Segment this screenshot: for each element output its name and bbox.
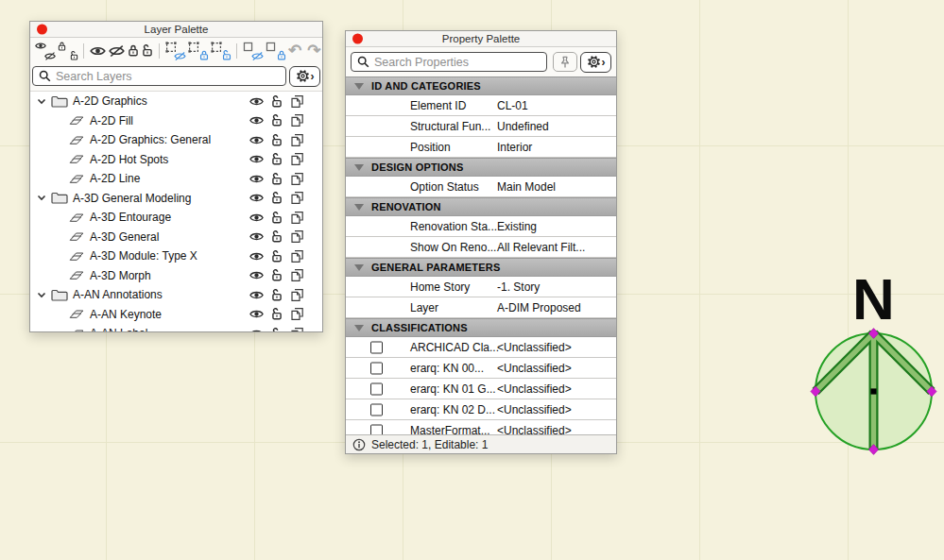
selection-lock-icon[interactable] [188, 42, 208, 60]
layer-pages-icon[interactable] [290, 307, 304, 321]
layer-pages-icon[interactable] [290, 113, 304, 127]
property-value[interactable]: Main Model [497, 180, 556, 194]
undo-icon[interactable]: ↶ [288, 42, 301, 60]
unlocked-icon[interactable] [271, 192, 283, 204]
unlocked-icon[interactable] [271, 328, 283, 331]
layer-row[interactable]: A-3D Module: Type X [30, 246, 322, 266]
chevron-down-icon[interactable] [37, 195, 48, 201]
section-collapse-triangle-icon[interactable] [354, 325, 364, 331]
property-value[interactable]: <Unclassified> [497, 341, 572, 354]
layer-pages-icon[interactable] [290, 268, 304, 282]
layer-row[interactable]: A-AN Label [30, 324, 322, 331]
layer-pages-icon[interactable] [290, 249, 304, 263]
layer-row[interactable]: A-3D Entourage [30, 208, 322, 228]
property-search-box[interactable] [351, 52, 547, 72]
section-collapse-triangle-icon[interactable] [354, 164, 364, 171]
classification-checkbox[interactable] [370, 382, 383, 395]
unlocked-icon[interactable] [271, 153, 283, 165]
visible-eye-icon[interactable] [249, 329, 264, 331]
visible-eye-icon[interactable] [249, 251, 264, 262]
show-hide-toggle-icon[interactable] [35, 42, 55, 60]
visible-eye-icon[interactable] [249, 212, 264, 223]
property-row[interactable]: erarq: KN 01 G... <Unclassified> [346, 379, 616, 399]
property-row[interactable]: Position Interior [346, 137, 616, 158]
visible-eye-icon[interactable] [249, 290, 264, 300]
section-header[interactable]: RENOVATION [346, 197, 616, 216]
layer-row[interactable]: A-2D Line [30, 169, 322, 189]
layer-pages-icon[interactable] [290, 94, 304, 109]
unlocked-icon[interactable] [271, 212, 283, 224]
unlocked-icon[interactable] [271, 289, 283, 301]
layer-row[interactable]: A-2D Hot Spots [30, 150, 322, 170]
north-symbol[interactable]: N [802, 264, 944, 457]
property-value[interactable]: <Unclassified> [497, 403, 572, 416]
property-value[interactable]: Undefined [497, 120, 549, 133]
layer-pages-icon[interactable] [290, 229, 304, 244]
layer-palette-titlebar[interactable]: Layer Palette [30, 22, 322, 38]
section-header[interactable]: ID AND CATEGORIES [346, 76, 616, 95]
layer-pages-icon[interactable] [290, 191, 304, 205]
layer-pages-icon[interactable] [290, 133, 304, 147]
property-row[interactable]: Element ID CL-01 [346, 95, 616, 116]
property-value[interactable]: Existing [497, 220, 537, 233]
unlocked-icon[interactable] [271, 173, 283, 185]
property-value[interactable]: CL-01 [497, 99, 528, 112]
property-value[interactable]: A-DIM Proposed [497, 301, 581, 314]
property-value[interactable]: -1. Story [497, 280, 540, 294]
layer-folder-row[interactable]: A-2D Graphics [30, 92, 322, 111]
pin-button[interactable] [553, 52, 577, 72]
lock-unlock-toggle-icon[interactable] [58, 42, 77, 60]
section-collapse-triangle-icon[interactable] [354, 264, 364, 271]
layer-row[interactable]: A-2D Graphics: General [30, 130, 322, 150]
visible-eye-icon[interactable] [249, 154, 264, 164]
unlocked-icon[interactable] [271, 269, 283, 281]
property-search-input[interactable] [374, 56, 541, 69]
unlocked-icon[interactable] [271, 250, 283, 263]
property-palette-titlebar[interactable]: Property Palette [346, 31, 616, 47]
section-header[interactable]: DESIGN OPTIONS [346, 158, 616, 177]
layer-row[interactable]: A-3D Morph [30, 266, 322, 286]
visible-eye-icon[interactable] [249, 231, 264, 242]
section-header[interactable]: CLASSIFICATIONS [346, 318, 616, 337]
property-row[interactable]: Show On Reno... All Relevant Filt... [346, 237, 616, 258]
property-row[interactable]: erarq: KN 00... <Unclassified> [346, 358, 616, 379]
chevron-down-icon[interactable] [37, 292, 48, 298]
layer-pages-icon[interactable] [290, 288, 304, 302]
section-collapse-triangle-icon[interactable] [354, 204, 364, 211]
property-row[interactable]: ARCHICAD Cla... <Unclassified> [346, 337, 616, 358]
layer-pages-icon[interactable] [290, 172, 304, 186]
layer-folder-row[interactable]: A-AN Annotations [30, 285, 322, 305]
layer-row[interactable]: A-AN Keynote [30, 305, 322, 325]
property-row[interactable]: Layer A-DIM Proposed [346, 297, 616, 318]
visible-eye-icon[interactable] [249, 193, 264, 203]
visible-eye-icon[interactable] [249, 96, 264, 107]
visible-eye-icon[interactable] [249, 135, 264, 145]
close-icon[interactable] [37, 25, 47, 35]
property-row[interactable]: Option Status Main Model [346, 177, 616, 197]
property-row[interactable]: erarq: KN 02 D... <Unclassified> [346, 399, 616, 420]
property-row[interactable]: Home Story -1. Story [346, 277, 616, 297]
desktop-canvas[interactable]: { "layer_palette": { "title": "Layer Pal… [0, 0, 944, 560]
selection-unlock-icon[interactable] [211, 42, 231, 60]
property-value[interactable]: All Relevant Filt... [497, 241, 585, 254]
layer-pages-icon[interactable] [290, 152, 304, 166]
layer-row[interactable]: A-3D General [30, 228, 322, 247]
close-icon[interactable] [352, 34, 363, 44]
property-settings-button[interactable]: › [580, 52, 611, 73]
visible-eye-icon[interactable] [249, 115, 264, 126]
unlocked-icon[interactable] [271, 114, 283, 127]
center-hotspot[interactable] [870, 388, 876, 394]
layer-pages-icon[interactable] [290, 327, 304, 331]
layer-row[interactable]: A-2D Fill [30, 111, 322, 131]
selection-hide-icon[interactable] [165, 42, 185, 60]
unlocked-icon[interactable] [271, 230, 283, 243]
property-value[interactable]: <Unclassified> [497, 382, 572, 396]
section-collapse-triangle-icon[interactable] [354, 83, 364, 90]
chevron-down-icon[interactable] [37, 98, 48, 105]
property-row[interactable]: Structural Fun... Undefined [346, 116, 616, 137]
unlocked-icon[interactable] [271, 134, 283, 146]
unlock-icon[interactable] [142, 42, 153, 60]
visible-eye-icon[interactable] [249, 309, 264, 319]
layer-settings-button[interactable]: › [289, 66, 320, 87]
layer-search-box[interactable] [32, 66, 286, 86]
